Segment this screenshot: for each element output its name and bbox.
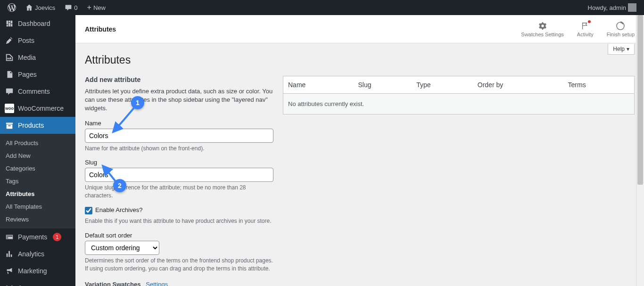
add-attribute-desc: Attributes let you define extra product …: [85, 87, 273, 113]
finish-setup-button[interactable]: Finish setup: [607, 21, 635, 37]
page-title: Attributes: [85, 54, 635, 66]
name-label: Name: [85, 120, 273, 127]
chevron-down-icon: ▾: [627, 46, 629, 52]
sort-help: Determines the sort order of the terms o…: [85, 257, 273, 273]
comment-icon: [5, 87, 14, 96]
finish-label: Finish setup: [607, 32, 635, 37]
sidebar-item-dashboard[interactable]: Dashboard: [0, 15, 75, 32]
wordpress-icon: [8, 3, 16, 12]
payment-icon: [5, 232, 14, 242]
sidebar-item-posts[interactable]: Posts: [0, 32, 75, 49]
sidebar-item-label: Products: [18, 122, 44, 129]
col-orderby[interactable]: Order by: [473, 76, 563, 94]
admin-bar: Joevics 0 + New Howdy, admin: [0, 0, 644, 15]
sidebar-item-comments[interactable]: Comments: [0, 83, 75, 100]
howdy-label: Howdy, admin: [588, 4, 626, 11]
appearance-icon: [5, 283, 14, 286]
comments-count: 0: [74, 4, 77, 11]
sidebar-item-appearance[interactable]: Appearance: [0, 279, 75, 286]
media-icon: [5, 53, 14, 62]
slug-help: Unique slug/reference for the attribute;…: [85, 184, 273, 200]
variation-settings-link[interactable]: Settings: [146, 281, 168, 286]
submenu-all-templates[interactable]: All Templates: [0, 200, 75, 213]
plus-icon: +: [87, 3, 91, 12]
dashboard-icon: [5, 19, 14, 28]
product-icon: [5, 121, 14, 130]
sidebar-item-label: Appearance: [18, 284, 54, 286]
sidebar-item-label: Payments: [18, 233, 47, 241]
marketing-icon: [5, 266, 14, 276]
sidebar-item-media[interactable]: Media: [0, 49, 75, 66]
submenu-all-products[interactable]: All Products: [0, 137, 75, 149]
submenu-add-new[interactable]: Add New: [0, 149, 75, 162]
analytics-icon: [5, 249, 14, 259]
enable-archives-checkbox[interactable]: [85, 207, 92, 214]
sidebar-item-label: Pages: [18, 71, 37, 78]
sidebar-item-label: Media: [18, 54, 36, 61]
pin-icon: [5, 36, 14, 45]
attributes-table: Name Slug Type Order by Terms No attribu…: [283, 76, 635, 114]
admin-sidebar: Dashboard Posts Media Pages Comments woo: [0, 15, 75, 286]
submenu-tags[interactable]: Tags: [0, 175, 75, 188]
content-area: Attributes Swatches Settings Activity Fi…: [75, 15, 644, 286]
col-name[interactable]: Name: [283, 76, 354, 94]
home-icon: [25, 4, 33, 11]
progress-icon: [616, 21, 625, 31]
scrollbar-thumb[interactable]: [637, 15, 643, 185]
woo-icon: woo: [5, 104, 14, 113]
sort-label: Default sort order: [85, 232, 273, 239]
help-tab[interactable]: Help ▾: [608, 44, 635, 55]
col-type[interactable]: Type: [412, 76, 473, 94]
help-label: Help: [613, 46, 625, 52]
activity-label: Activity: [577, 32, 594, 37]
col-terms[interactable]: Terms: [563, 76, 635, 94]
sidebar-item-label: WooCommerce: [18, 105, 64, 112]
slug-input[interactable]: [85, 168, 273, 182]
sidebar-item-pages[interactable]: Pages: [0, 66, 75, 83]
payments-badge: 1: [53, 233, 61, 241]
slug-label: Slug: [85, 159, 273, 166]
submenu-attributes[interactable]: Attributes: [0, 188, 75, 200]
swatches-settings-button[interactable]: Swatches Settings: [521, 21, 564, 37]
sidebar-item-label: Posts: [18, 37, 34, 44]
col-slug[interactable]: Slug: [353, 76, 412, 94]
products-submenu: All Products Add New Categories Tags Att…: [0, 134, 75, 229]
wp-logo-menu[interactable]: [4, 0, 20, 15]
sidebar-item-products[interactable]: Products: [0, 117, 75, 134]
comment-icon: [65, 4, 72, 11]
sidebar-item-label: Marketing: [18, 267, 47, 275]
scrollbar[interactable]: [636, 15, 644, 286]
page-header-bar: Attributes Swatches Settings Activity Fi…: [75, 15, 644, 43]
sidebar-item-label: Dashboard: [18, 20, 50, 27]
name-input[interactable]: [85, 129, 273, 143]
site-name-label: Joevics: [35, 4, 55, 11]
sidebar-item-marketing[interactable]: Marketing: [0, 262, 75, 279]
sidebar-item-payments[interactable]: Payments 1: [0, 229, 75, 245]
account-menu[interactable]: Howdy, admin: [584, 0, 640, 15]
header-title: Attributes: [85, 25, 116, 33]
gear-icon: [538, 21, 547, 31]
add-attribute-heading: Add new attribute: [85, 76, 273, 83]
sidebar-item-label: Analytics: [18, 250, 44, 258]
comments-menu[interactable]: 0: [61, 0, 81, 15]
submenu-reviews[interactable]: Reviews: [0, 213, 75, 226]
table-empty-message: No attributes currently exist.: [283, 94, 635, 114]
sort-select[interactable]: Custom ordering: [85, 241, 159, 255]
new-content-menu[interactable]: + New: [83, 0, 109, 15]
sidebar-item-woocommerce[interactable]: woo WooCommerce: [0, 100, 75, 117]
activity-button[interactable]: Activity: [577, 21, 594, 37]
page-icon: [5, 70, 14, 79]
avatar: [628, 3, 636, 12]
name-help: Name for the attribute (shown on the fro…: [85, 145, 273, 153]
variation-label: Variation Swatches: [85, 281, 141, 286]
site-name-menu[interactable]: Joevics: [22, 0, 59, 15]
sidebar-item-analytics[interactable]: Analytics: [0, 245, 75, 262]
flag-icon: [580, 21, 590, 31]
archives-label: Enable Archives?: [95, 206, 142, 213]
sidebar-item-label: Comments: [18, 88, 50, 95]
submenu-categories[interactable]: Categories: [0, 162, 75, 175]
swatches-label: Swatches Settings: [521, 32, 564, 37]
archives-help: Enable this if you want this attribute t…: [85, 217, 273, 225]
new-label: New: [93, 4, 106, 11]
